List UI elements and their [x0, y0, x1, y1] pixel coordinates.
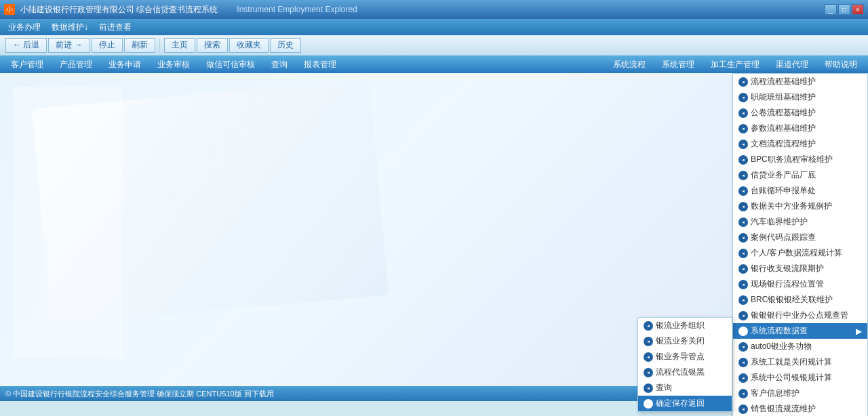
item-icon-11: [738, 233, 748, 243]
nav-system[interactable]: 系统管理: [654, 56, 703, 73]
item-icon-3: [738, 108, 748, 118]
nav-production[interactable]: 加工生产管理: [703, 56, 768, 73]
home-button[interactable]: 主页: [164, 38, 195, 53]
title-text: 小 小陆建设银行行政管理有限公司 综合信贷查书流程系统 Instrument E…: [4, 4, 825, 16]
item-icon-16: [738, 311, 748, 320]
dropdown-item-20[interactable]: 系统中公司银银规计算: [733, 370, 867, 386]
dropdown-item-22[interactable]: 销售银流规流维护: [733, 401, 867, 416]
dropdown-menu: 流程流程基础维护 职能班组基础维护 公卷流程基础维护 参数流程基础维护 文档流程…: [732, 73, 868, 416]
nav-channel[interactable]: 渠道代理: [768, 56, 816, 73]
dropdown-label-18: auto0银业务功物: [751, 341, 812, 352]
nav-help[interactable]: 帮助说明: [816, 56, 865, 73]
dropdown-item-7[interactable]: 信贷业务产品厂底: [733, 167, 867, 183]
sub-icon-1: [644, 321, 653, 331]
sub-icon-2: [644, 337, 653, 346]
dropdown-label-13: 银行收支银流限期护: [751, 263, 824, 274]
dropdown-label-7: 信贷业务产品厂底: [751, 169, 816, 181]
item-icon-17: [738, 327, 748, 336]
dropdown-label-19: 系统工就是关闭规计算: [751, 356, 832, 368]
sub-item-2[interactable]: 银流业务关闭: [638, 333, 732, 349]
sub-label-1: 银流业务组织: [656, 320, 705, 331]
sub-label-3: 银业务导管点: [656, 351, 705, 362]
item-icon-8: [738, 186, 748, 196]
dropdown-label-5: 文档流程流程维护: [751, 138, 816, 150]
history-button[interactable]: 历史: [270, 38, 301, 53]
sub-icon-4: [644, 368, 653, 377]
dropdown-item-4[interactable]: 参数流程基础维护: [733, 121, 867, 136]
app-icon: 小: [4, 4, 15, 15]
dropdown-label-6: BPC职务流程审核维护: [751, 154, 833, 165]
back-button[interactable]: ← 后退: [5, 38, 47, 53]
dropdown-item-5[interactable]: 文档流程流程维护: [733, 136, 867, 152]
dropdown-label-8: 台账循环申报单处: [751, 185, 816, 196]
item-icon-12: [738, 249, 748, 258]
dropdown-item-13[interactable]: 银行收支银流限期护: [733, 261, 867, 276]
nav-report[interactable]: 报表管理: [296, 56, 344, 73]
menu-item-data[interactable]: 数据维护↓: [46, 20, 94, 35]
sub-item-4[interactable]: 流程代流银黑: [638, 365, 732, 380]
nav-credit[interactable]: 做信可信审核: [198, 56, 263, 73]
nav-product[interactable]: 产品管理: [52, 56, 100, 73]
dropdown-item-19[interactable]: 系统工就是关闭规计算: [733, 354, 867, 370]
item-icon-20: [738, 373, 748, 383]
nav-customer[interactable]: 客户管理: [3, 56, 52, 73]
dropdown-item-1[interactable]: 流程流程基础维护: [733, 74, 867, 89]
nav-review[interactable]: 业务审核: [149, 56, 198, 73]
submenu-arrow-17: ▶: [856, 327, 862, 336]
dropdown-item-15[interactable]: BRC银银银经关联维护: [733, 292, 867, 308]
nav-query[interactable]: 查询: [263, 56, 296, 73]
dropdown-label-12: 个人/客户数据流程规计算: [751, 247, 842, 259]
dropdown-item-16[interactable]: 银银银行中业办公点规查管: [733, 308, 867, 323]
sub-item-6[interactable]: 确定保存返回: [638, 396, 732, 411]
sub-label-4: 流程代流银黑: [656, 367, 705, 378]
left-panel-decoration: [14, 87, 122, 358]
item-icon-10: [738, 217, 748, 227]
dropdown-item-2[interactable]: 职能班组基础维护: [733, 89, 867, 105]
nav-bar: ← 后退 前进 → 停止 刷新 主页 搜索 收藏夹 历史: [0, 35, 868, 56]
search-button[interactable]: 搜索: [197, 38, 228, 53]
sub-label-2: 银流业务关闭: [656, 335, 705, 347]
dropdown-label-4: 参数流程基础维护: [751, 123, 816, 134]
item-icon-6: [738, 155, 748, 165]
dropdown-item-11[interactable]: 案例代码点跟踪查: [733, 230, 867, 245]
dropdown-item-21[interactable]: 客户信息维护: [733, 386, 867, 401]
sub-item-5[interactable]: 查询: [638, 380, 732, 396]
dropdown-item-9[interactable]: 数据关中方业务规例护: [733, 199, 867, 214]
dropdown-label-17: 系统流程数据查: [751, 325, 808, 337]
menu-bar: 业务办理 数据维护↓ 前进查看: [0, 19, 868, 35]
favorites-button[interactable]: 收藏夹: [229, 38, 269, 53]
stop-button[interactable]: 停止: [92, 38, 123, 53]
dropdown-label-16: 银银银行中业办公点规查管: [751, 310, 848, 321]
item-icon-14: [738, 280, 748, 289]
maximize-button[interactable]: □: [838, 4, 850, 15]
main-area: 流程流程基础维护 职能班组基础维护 公卷流程基础维护 参数流程基础维护 文档流程…: [0, 73, 868, 401]
dropdown-item-10[interactable]: 汽车临界维护护: [733, 214, 867, 230]
dropdown-label-9: 数据关中方业务规例护: [751, 201, 832, 212]
dropdown-item-18[interactable]: auto0银业务功物: [733, 339, 867, 354]
item-icon-4: [738, 124, 748, 133]
item-icon-9: [738, 202, 748, 211]
close-button[interactable]: ×: [852, 4, 864, 15]
item-icon-22: [738, 404, 748, 414]
window-controls[interactable]: _ □ ×: [825, 4, 864, 15]
refresh-button[interactable]: 刷新: [124, 38, 155, 53]
forward-button[interactable]: 前进 →: [48, 38, 90, 53]
dropdown-item-3[interactable]: 公卷流程基础维护: [733, 105, 867, 121]
menu-item-business[interactable]: 业务办理: [3, 20, 46, 35]
dropdown-item-17[interactable]: 系统流程数据查 ▶: [733, 323, 867, 339]
minimize-button[interactable]: _: [825, 4, 837, 15]
dropdown-label-10: 汽车临界维护护: [751, 216, 808, 228]
sub-icon-5: [644, 383, 653, 393]
app-subtitle: Instrument Employment Explored: [237, 5, 357, 14]
item-icon-21: [738, 389, 748, 398]
sub-item-3[interactable]: 银业务导管点: [638, 349, 732, 365]
top-nav: 客户管理 产品管理 业务申请 业务审核 做信可信审核 查询 报表管理 系统流程 …: [0, 56, 868, 73]
nav-flow[interactable]: 系统流程: [605, 56, 654, 73]
dropdown-item-14[interactable]: 现场银行流程位置管: [733, 276, 867, 292]
dropdown-item-12[interactable]: 个人/客户数据流程规计算: [733, 245, 867, 261]
sub-item-1[interactable]: 银流业务组织: [638, 318, 732, 333]
nav-apply[interactable]: 业务申请: [100, 56, 149, 73]
dropdown-item-8[interactable]: 台账循环申报单处: [733, 183, 867, 199]
menu-item-view[interactable]: 前进查看: [94, 20, 137, 35]
dropdown-item-6[interactable]: BPC职务流程审核维护: [733, 152, 867, 167]
